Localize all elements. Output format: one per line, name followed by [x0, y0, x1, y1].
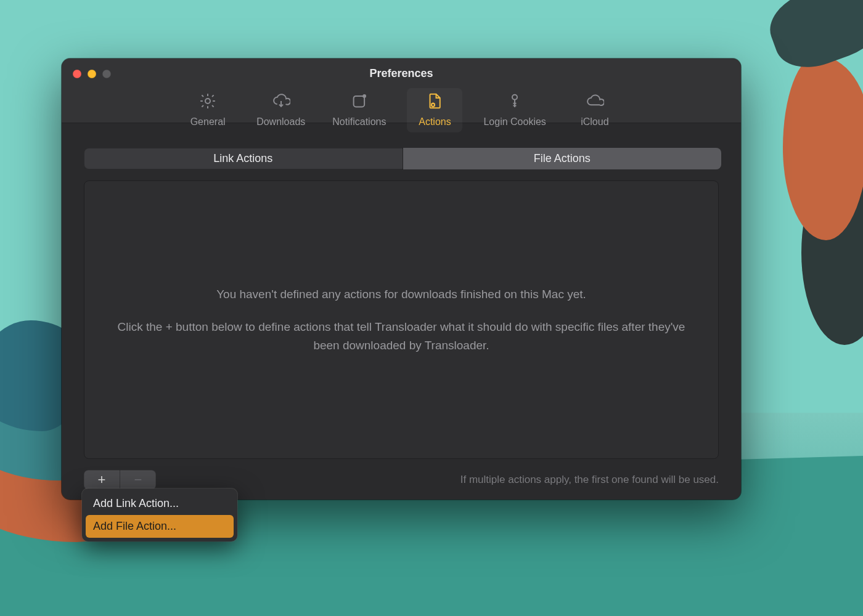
- segment-link-actions[interactable]: Link Actions: [84, 148, 403, 169]
- toolbar-downloads-label: Downloads: [256, 116, 305, 128]
- notifications-icon: [350, 92, 369, 113]
- footer: + − If multiple actions apply, the first…: [84, 470, 719, 490]
- toolbar-actions[interactable]: Actions: [407, 88, 462, 132]
- empty-state-line2: Click the + button below to define actio…: [105, 318, 697, 354]
- add-action-menu: Add Link Action... Add File Action...: [82, 488, 237, 541]
- plus-icon: +: [98, 472, 106, 488]
- add-remove-control: + −: [84, 470, 156, 490]
- svg-point-2: [362, 94, 366, 98]
- add-button[interactable]: +: [84, 470, 120, 490]
- minus-icon: −: [134, 472, 142, 488]
- toolbar-notifications-label: Notifications: [332, 116, 386, 128]
- titlebar: Preferences General Down: [62, 59, 741, 123]
- svg-point-4: [512, 95, 517, 100]
- segment-file-actions[interactable]: File Actions: [403, 148, 722, 169]
- empty-state-line1: You haven't defined any actions for down…: [216, 288, 586, 301]
- svg-rect-1: [354, 96, 365, 107]
- window-title: Preferences: [62, 67, 741, 80]
- toolbar-login-cookies-label: Login Cookies: [483, 116, 546, 128]
- remove-button[interactable]: −: [120, 470, 156, 490]
- segmented-control: Link Actions File Actions: [84, 148, 721, 169]
- file-gear-icon: [425, 92, 444, 113]
- gear-icon: [198, 92, 217, 113]
- toolbar-notifications[interactable]: Notifications: [326, 88, 392, 132]
- toolbar-downloads[interactable]: Downloads: [250, 88, 311, 132]
- toolbar-icloud[interactable]: iCloud: [567, 88, 623, 132]
- toolbar: General Downloads Noti: [62, 88, 741, 132]
- cloud-icon: [586, 92, 604, 113]
- toolbar-general[interactable]: General: [180, 88, 235, 132]
- footer-note: If multiple actions apply, the first one…: [460, 474, 719, 486]
- empty-state: You haven't defined any actions for down…: [105, 285, 697, 354]
- menu-add-link-action[interactable]: Add Link Action...: [86, 492, 234, 515]
- toolbar-login-cookies[interactable]: Login Cookies: [477, 88, 552, 132]
- key-icon: [505, 92, 524, 113]
- content-area: Link Actions File Actions You haven't de…: [62, 123, 741, 500]
- toolbar-icloud-label: iCloud: [581, 116, 608, 128]
- actions-list-panel: You haven't defined any actions for down…: [84, 180, 719, 459]
- svg-point-3: [432, 103, 435, 107]
- toolbar-actions-label: Actions: [419, 116, 451, 128]
- svg-point-0: [205, 99, 210, 103]
- cloud-download-icon: [272, 92, 290, 113]
- toolbar-general-label: General: [190, 116, 226, 128]
- preferences-window: Preferences General Down: [62, 59, 741, 500]
- menu-add-file-action[interactable]: Add File Action...: [86, 515, 234, 538]
